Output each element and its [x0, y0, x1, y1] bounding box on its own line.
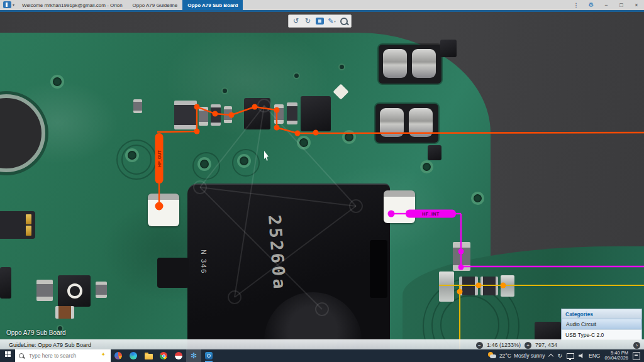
- search-input[interactable]: [28, 350, 93, 361]
- pcb-component: [459, 277, 478, 295]
- windows-logo-icon: [5, 351, 8, 354]
- taskbar-app-edge[interactable]: [126, 349, 141, 362]
- taskbar-app-red[interactable]: [171, 349, 186, 362]
- accent-strip: [0, 10, 644, 12]
- weather-sun-cloud-icon: [488, 352, 497, 359]
- pcb-component: [55, 306, 74, 319]
- search-highlights-icon[interactable]: ✦: [101, 351, 106, 358]
- settings-gear-icon[interactable]: ⚙: [584, 0, 599, 10]
- rotate-left-button[interactable]: ↺: [290, 16, 302, 26]
- net-label-hp-out: HP_OUT: [155, 134, 164, 184]
- taskbar-app-explorer[interactable]: [141, 349, 156, 362]
- tab-guideline[interactable]: Oppo A79 Guideline: [128, 0, 183, 10]
- tab-sub-board[interactable]: Oppo A79 Sub Board: [182, 0, 243, 10]
- solder-pad-left: [148, 194, 179, 226]
- close-button[interactable]: ×: [629, 0, 644, 10]
- net-label-hf-int: HF_INT: [406, 210, 456, 217]
- via-hole: [197, 157, 211, 171]
- mic-can: [409, 108, 433, 137]
- via-hole: [50, 75, 64, 89]
- titlebar: ▾ Welcome mrkhan1991pk@gmail.com - Orion…: [0, 0, 644, 10]
- fit-screen-icon: [316, 18, 324, 25]
- category-audio-circuit[interactable]: Audio Circuit: [562, 319, 641, 329]
- taskbar-app-orion-active[interactable]: ✻: [186, 349, 201, 362]
- photos-app-icon: [114, 352, 122, 359]
- zoom-in-button[interactable]: +: [525, 342, 531, 349]
- notification-center-icon[interactable]: [633, 352, 640, 360]
- pcb-component: [36, 280, 53, 301]
- annotate-pen-button[interactable]: ✎ ▾: [326, 16, 338, 26]
- language-indicator[interactable]: ENG: [589, 353, 600, 359]
- chip-marking-text: N 346: [200, 250, 208, 274]
- zoom-out-button[interactable]: −: [476, 342, 483, 349]
- pcb-component: [244, 98, 270, 129]
- app-menu-caret-icon[interactable]: ▾: [13, 3, 14, 10]
- magnifier-icon: [340, 18, 348, 25]
- windows-taskbar: ✦ ✻ 22°C Mostly sunny ↻ ENG 5:40 PM 09/0…: [0, 349, 644, 362]
- fit-screen-button[interactable]: [314, 16, 326, 26]
- weather-temp: 22°C: [499, 353, 511, 359]
- mic-can: [380, 108, 404, 137]
- pcb-component: [224, 106, 232, 123]
- weather-widget[interactable]: 22°C Mostly sunny: [488, 352, 545, 359]
- pen-icon: ✎: [328, 17, 333, 25]
- rotate-right-button[interactable]: ↻: [302, 16, 314, 26]
- category-usb-type-c[interactable]: USB Type-C 2.0: [562, 329, 641, 339]
- via-hole: [420, 160, 433, 173]
- pcb-component: [133, 99, 142, 113]
- pcb-component: [0, 267, 11, 299]
- via-hole: [297, 136, 311, 150]
- taskbar-app-photos[interactable]: [111, 349, 126, 362]
- mic-component: [375, 104, 438, 143]
- guideline-label: GuideLine: Oppo A79 Sub Board: [9, 342, 91, 348]
- network-tray-icon[interactable]: [567, 353, 574, 359]
- mic-can: [383, 49, 407, 78]
- edge-browser-icon: [130, 352, 137, 359]
- pcb-component: [96, 282, 107, 298]
- taskbar-clock[interactable]: 5:40 PM 09/04/2026: [604, 351, 628, 361]
- gold-pin: [26, 226, 31, 236]
- jack-slot: [370, 240, 387, 298]
- taskbar-app-chrome[interactable]: [156, 349, 171, 362]
- mic-can: [412, 49, 436, 78]
- pcb-component: [439, 272, 454, 302]
- pcb-component: [453, 242, 470, 271]
- pcb-component: [440, 40, 457, 57]
- component-ring: [67, 283, 82, 299]
- camera-app-icon: [205, 352, 213, 359]
- via-hole: [338, 63, 345, 70]
- pen-dropdown-caret-icon[interactable]: ▾: [334, 19, 336, 23]
- start-button[interactable]: [0, 349, 15, 362]
- red-app-icon: [175, 352, 182, 359]
- maximize-button[interactable]: □: [614, 0, 629, 10]
- pcb-viewer[interactable]: 25260a N 346 ↺ ↻ ✎ ▾: [0, 12, 644, 349]
- tab-welcome[interactable]: Welcome mrkhan1991pk@gmail.com - Orion: [17, 0, 128, 10]
- mic-component: [379, 45, 441, 84]
- chrome-browser-icon: [160, 352, 167, 359]
- jack-side-tab: [157, 258, 189, 288]
- pcb-component: [211, 104, 221, 126]
- via-hole: [342, 130, 356, 144]
- pcb-component: [199, 107, 208, 126]
- overflow-menu-icon[interactable]: ⋮: [569, 0, 584, 10]
- zoom-search-button[interactable]: [338, 16, 350, 26]
- pcb-component: [428, 145, 441, 160]
- tray-chevron-up-icon[interactable]: [548, 354, 553, 359]
- gold-pin: [26, 214, 31, 224]
- via-hole: [125, 148, 139, 162]
- app-logo-icon[interactable]: [3, 1, 11, 8]
- board-title-label: Oppo A79 Sub Board: [6, 329, 66, 336]
- pcb-component: [480, 277, 498, 295]
- via-hole: [293, 72, 300, 79]
- taskbar-search[interactable]: ✦: [15, 349, 111, 362]
- statusbar-expand-button[interactable]: ›: [633, 342, 640, 349]
- via-hole: [237, 154, 251, 168]
- volume-tray-icon[interactable]: [579, 353, 584, 358]
- weather-desc: Mostly sunny: [514, 353, 545, 359]
- cursor-coordinates: 797, 434: [535, 342, 573, 348]
- zoom-level-label: 1:46 (1233%): [487, 342, 521, 348]
- taskbar-app-camera[interactable]: [201, 349, 216, 362]
- file-explorer-icon: [145, 354, 153, 359]
- sync-tray-icon[interactable]: ↻: [557, 353, 562, 359]
- minimize-button[interactable]: −: [599, 0, 614, 10]
